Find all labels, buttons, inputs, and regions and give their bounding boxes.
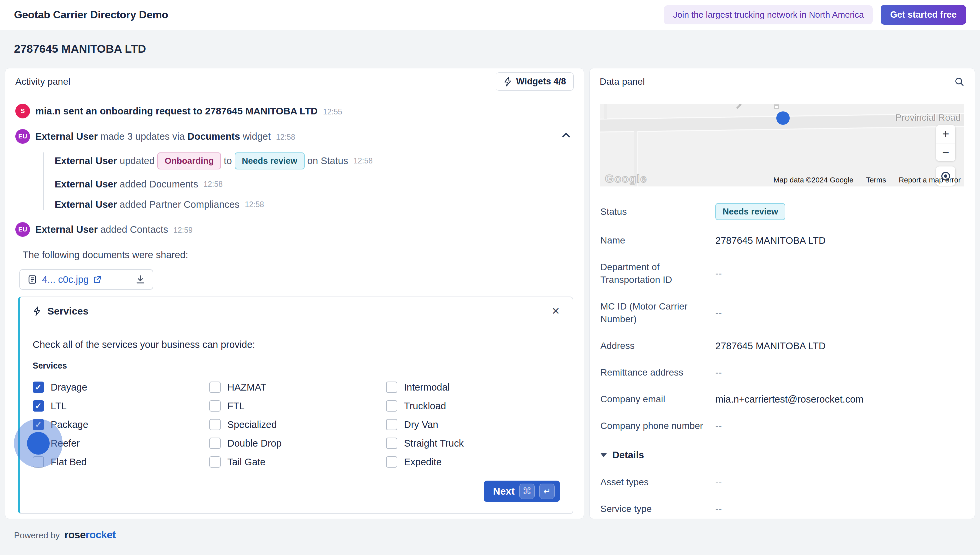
feed-entry-text: External User made 3 updates via Documen… bbox=[35, 129, 295, 144]
checkbox-icon[interactable] bbox=[209, 438, 221, 449]
timestamp: 12:58 bbox=[203, 180, 223, 189]
timestamp: 12:58 bbox=[276, 133, 295, 141]
field-row-status: Status Needs review bbox=[600, 203, 964, 220]
service-option-reefer[interactable]: Reefer bbox=[33, 436, 209, 450]
service-option-dry-van[interactable]: Dry Van bbox=[386, 418, 464, 431]
timestamp: 12:58 bbox=[245, 200, 264, 209]
services-column: HAZMAT FTL Specialized bbox=[209, 380, 386, 468]
document-chip: 4... c0c.jpg bbox=[19, 269, 153, 290]
caret-down-icon bbox=[600, 453, 607, 457]
bolt-icon bbox=[504, 77, 512, 87]
zoom-in-button[interactable]: + bbox=[936, 125, 955, 143]
map-zoom-control: + − bbox=[936, 125, 955, 161]
service-option-hazmat[interactable]: HAZMAT bbox=[209, 380, 386, 394]
avatar: EU bbox=[15, 129, 30, 144]
zoom-out-button[interactable]: − bbox=[936, 143, 955, 161]
checkbox-icon[interactable] bbox=[209, 400, 221, 412]
checkbox-icon[interactable] bbox=[209, 382, 221, 393]
map-road-label: Provincial Road bbox=[895, 112, 961, 123]
map-attribution-text: Map data ©2024 Google bbox=[773, 176, 853, 184]
checkbox-icon[interactable] bbox=[33, 438, 44, 449]
field-row-dot-id: Department of Transportation ID -- bbox=[600, 261, 964, 286]
powered-by-label: Powered by bbox=[14, 530, 60, 541]
activity-panel: Activity panel Widgets 4/8 S mia.n sent … bbox=[5, 68, 584, 519]
field-row-mc-id: MC ID (Motor Carrier Number) -- bbox=[600, 300, 964, 326]
data-panel-header: Data panel bbox=[590, 68, 975, 95]
service-option-tail-gate[interactable]: Tail Gate bbox=[209, 455, 386, 468]
map-attribution: Map data ©2024 Google Terms Report a map… bbox=[773, 176, 961, 184]
field-row-address: Address 2787645 MANITOBA LTD bbox=[600, 340, 964, 352]
feed-entry-text: External User added Contacts12:59 bbox=[35, 222, 193, 237]
field-row-remittance: Remittance address -- bbox=[600, 366, 964, 379]
service-option-expedite[interactable]: Expedite bbox=[386, 455, 464, 468]
chevron-up-icon[interactable] bbox=[562, 132, 570, 140]
service-option-intermodal[interactable]: Intermodal bbox=[386, 380, 464, 394]
checkbox-icon[interactable]: ✓ bbox=[33, 400, 44, 412]
feed-sub-entry: External User added Documents 12:58 bbox=[55, 179, 574, 190]
feed-subgroup: External User updated Onboarding to Need… bbox=[43, 152, 574, 210]
service-option-package[interactable]: ✓ Package bbox=[33, 418, 209, 431]
services-widget-body: Check all of the services your business … bbox=[20, 325, 573, 513]
next-button[interactable]: Next ⌘ ↵ bbox=[484, 481, 560, 502]
service-option-truckload[interactable]: Truckload bbox=[386, 399, 464, 412]
checkbox-icon[interactable] bbox=[386, 382, 397, 393]
widgets-button-label: Widgets 4/8 bbox=[516, 76, 566, 87]
search-icon[interactable] bbox=[954, 76, 965, 87]
service-option-specialized[interactable]: Specialized bbox=[209, 418, 386, 431]
activity-feed: S mia.n sent an onboarding request to 27… bbox=[5, 95, 584, 514]
checkbox-icon[interactable] bbox=[386, 419, 397, 430]
checkbox-icon[interactable]: ✓ bbox=[33, 419, 44, 430]
checkbox-icon[interactable] bbox=[386, 456, 397, 468]
next-button-row: Next ⌘ ↵ bbox=[33, 481, 560, 502]
services-widget: Services ✕ Check all of the services you… bbox=[18, 297, 573, 514]
services-column: ✓ Drayage ✓ LTL ✓ Package bbox=[33, 380, 209, 468]
avatar: S bbox=[15, 104, 30, 119]
widgets-button[interactable]: Widgets 4/8 bbox=[496, 72, 574, 91]
terms-link[interactable]: Terms bbox=[866, 176, 886, 184]
checkbox-icon[interactable] bbox=[33, 456, 44, 468]
map-road-vertical bbox=[604, 104, 607, 119]
services-widget-title: Services bbox=[47, 306, 88, 317]
page-title: 2787645 MANITOBA LTD bbox=[14, 41, 980, 56]
service-option-straight-truck[interactable]: Straight Truck bbox=[386, 436, 464, 450]
roserocket-logo-accent: rocket bbox=[86, 529, 116, 541]
timestamp: 12:58 bbox=[353, 156, 372, 165]
feed-entry: EU External User added Contacts12:59 bbox=[15, 222, 574, 237]
checkbox-icon[interactable] bbox=[209, 419, 221, 430]
details-section-toggle[interactable]: Details bbox=[600, 450, 964, 460]
document-link[interactable]: 4... c0c.jpg bbox=[42, 274, 102, 285]
feed-sub-entry: External User updated Onboarding to Need… bbox=[55, 152, 574, 169]
checkbox-icon[interactable] bbox=[209, 456, 221, 468]
map-marker bbox=[776, 111, 790, 125]
header-actions: Join the largest trucking network in Nor… bbox=[664, 5, 966, 25]
header-divider bbox=[79, 75, 79, 88]
map-canvas[interactable]: Provincial Road + − Google Map data ©202… bbox=[600, 104, 964, 186]
data-panel: Data panel Provincial Road + − Google M bbox=[589, 68, 975, 519]
avatar: EU bbox=[15, 222, 30, 237]
status-badge-needs-review: Needs review bbox=[235, 152, 305, 169]
service-option-ltl[interactable]: ✓ LTL bbox=[33, 399, 209, 412]
download-icon[interactable] bbox=[135, 274, 145, 284]
get-started-button[interactable]: Get started free bbox=[881, 5, 966, 25]
roserocket-logo: rose bbox=[64, 529, 85, 541]
close-icon[interactable]: ✕ bbox=[552, 306, 560, 316]
feed-entry-text: mia.n sent an onboarding request to 2787… bbox=[35, 104, 342, 119]
checkbox-icon[interactable] bbox=[386, 438, 397, 449]
services-group-label: Services bbox=[33, 361, 560, 371]
status-badge-onboarding: Onboarding bbox=[157, 152, 221, 169]
service-option-drayage[interactable]: ✓ Drayage bbox=[33, 380, 209, 394]
field-row-company-phone: Company phone number -- bbox=[600, 420, 964, 432]
report-map-error-link[interactable]: Report a map error bbox=[898, 176, 961, 184]
service-option-flat-bed[interactable]: Flat Bed bbox=[33, 455, 209, 468]
map-sign-icon bbox=[774, 104, 779, 109]
data-fields: Status Needs review Name 2787645 MANITOB… bbox=[590, 186, 975, 515]
field-row-asset-types: Asset types -- bbox=[600, 476, 964, 489]
feed-entry: EU External User made 3 updates via Docu… bbox=[15, 129, 574, 144]
checkbox-icon[interactable] bbox=[386, 400, 397, 412]
bolt-icon bbox=[33, 306, 42, 316]
service-option-ftl[interactable]: FTL bbox=[209, 399, 386, 412]
data-panel-title: Data panel bbox=[600, 76, 645, 87]
services-prompt: Check all of the services your business … bbox=[33, 339, 560, 350]
service-option-double-drop[interactable]: Double Drop bbox=[209, 436, 386, 450]
checkbox-icon[interactable]: ✓ bbox=[33, 382, 44, 393]
